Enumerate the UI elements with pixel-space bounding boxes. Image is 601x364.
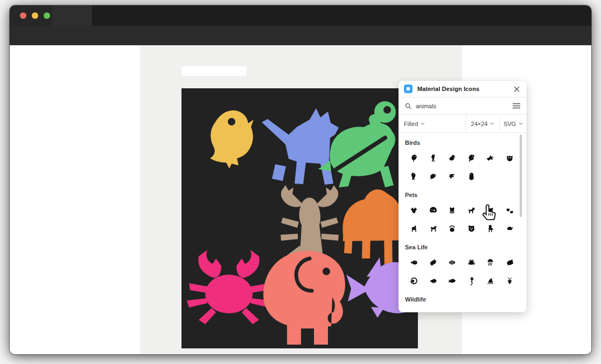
dolphin-icon[interactable] — [424, 253, 443, 271]
salmon-icon[interactable] — [500, 253, 520, 271]
dove-icon[interactable] — [424, 167, 443, 185]
cat-and-dog-icon[interactable] — [500, 201, 520, 219]
scrollbar-thumb[interactable] — [520, 135, 522, 217]
maximize-window-button[interactable] — [44, 12, 50, 19]
hummingbird-icon[interactable] — [443, 167, 462, 185]
cat-icon[interactable] — [443, 201, 462, 219]
lobster-icon[interactable] — [500, 271, 520, 290]
chevron-down-icon — [519, 122, 523, 125]
section-title: Wildlife — [405, 296, 527, 303]
animals-artboard[interactable] — [181, 88, 418, 348]
window-controls — [10, 5, 52, 26]
icon-grid-pets — [399, 201, 527, 237]
wolf-icon[interactable] — [404, 201, 424, 219]
plugin-title: Material Design Icons — [417, 86, 479, 92]
turtle-icon[interactable] — [500, 219, 520, 237]
icon-grid-sea-life — [399, 253, 527, 290]
hamburger-icon — [513, 103, 520, 109]
seahorse-icon[interactable] — [462, 271, 481, 290]
search-input[interactable]: animals — [416, 103, 436, 109]
filter-bar: Filled 24×24 SVG — [399, 115, 527, 133]
shark-icon[interactable] — [481, 271, 500, 290]
flying-bird-icon[interactable] — [481, 149, 500, 167]
chevron-down-icon — [421, 122, 425, 125]
minimize-window-button[interactable] — [32, 12, 38, 19]
format-filter-value: SVG — [504, 121, 516, 127]
owl-icon[interactable] — [500, 149, 520, 167]
fishbowl-icon[interactable] — [424, 201, 443, 219]
icon-grid-birds — [399, 149, 527, 185]
layers-panel — [10, 45, 140, 354]
size-filter-dropdown[interactable]: 24×24 — [466, 115, 500, 132]
style-filter-dropdown[interactable]: Filled — [399, 115, 466, 132]
crane-icon[interactable] — [424, 149, 443, 167]
format-filter-dropdown[interactable]: SVG — [500, 115, 527, 132]
traffic-lights — [20, 12, 51, 19]
puppy-icon[interactable] — [481, 201, 500, 219]
section-title: Sea Life — [405, 244, 527, 251]
chevron-down-icon — [490, 122, 494, 125]
clownfish-icon[interactable] — [443, 253, 462, 271]
frame-title-placeholder — [181, 66, 247, 76]
plugin-logo — [404, 85, 413, 93]
trout-icon[interactable] — [424, 271, 443, 290]
toolbar — [10, 26, 591, 45]
tab-bar — [10, 5, 591, 26]
bear-icon[interactable] — [462, 219, 481, 237]
crab-icon[interactable] — [462, 253, 481, 271]
duck-icon[interactable] — [443, 149, 462, 167]
close-plugin-button[interactable] — [512, 84, 521, 94]
close-icon — [514, 86, 520, 92]
plugin-header[interactable]: Material Design Icons — [399, 81, 527, 97]
section-title: Birds — [405, 139, 527, 146]
poodle-icon[interactable] — [481, 219, 500, 237]
size-filter-value: 24×24 — [471, 121, 488, 127]
dog-icon[interactable] — [462, 201, 481, 219]
menu-button[interactable] — [513, 103, 520, 109]
eagle-icon[interactable] — [462, 149, 481, 167]
section-title: Pets — [405, 192, 527, 199]
bass-icon[interactable] — [443, 271, 462, 290]
style-filter-value: Filled — [404, 121, 418, 127]
magnifier-icon — [405, 103, 411, 109]
penguin-icon[interactable] — [462, 167, 481, 185]
terrier-icon[interactable] — [424, 219, 443, 237]
fish-icon[interactable] — [404, 253, 424, 271]
active-file-tab[interactable] — [52, 5, 92, 26]
parrot-icon[interactable] — [404, 167, 424, 185]
paw-icon[interactable] — [443, 219, 462, 237]
bird-icon[interactable] — [404, 149, 424, 167]
icon-results-list: BirdsPetsSea LifeWildlife — [399, 133, 527, 312]
close-window-button[interactable] — [20, 12, 26, 19]
search-bar[interactable]: animals — [399, 97, 527, 115]
jellyfish-icon[interactable] — [481, 253, 500, 271]
plugin-window: Material Design Icons animals Filled — [399, 81, 527, 312]
app-window: Material Design Icons animals Filled — [10, 5, 591, 354]
nautilus-icon[interactable] — [404, 271, 424, 290]
llama-icon[interactable] — [404, 219, 424, 237]
